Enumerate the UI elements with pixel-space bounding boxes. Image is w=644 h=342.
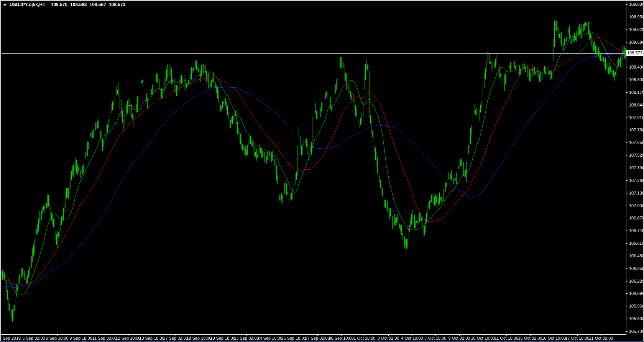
price-tick [626,80,628,80]
price-tick [626,293,628,294]
price-tick-label: 107.390 [629,165,644,170]
time-tick-label: 1 Oct 18:00 [354,336,376,340]
time-tick-label: 10 Oct 10:00 [471,336,495,340]
time-tick-label: 7 Oct 18:00 [425,336,447,340]
time-tick-label: 11 Oct 18:00 [495,336,518,340]
price-tick-label: 106.090 [629,291,644,296]
price-tick-label: 106.480 [629,254,644,258]
chart-window: USDJPY.oj5k,H1 108.570 108.583 108.567 1… [0,0,644,342]
price-tick [626,155,628,155]
ohlc-high-value: 108.583 [70,2,87,7]
price-tick [626,168,628,168]
price-tick [626,142,628,143]
time-tick-label: 23 Sep 02:00 [234,336,259,340]
price-chart-canvas[interactable] [0,0,644,342]
time-tick-label: 11 Sep 02:00 [92,336,117,340]
price-tick-label: 106.220 [629,279,644,283]
current-price-tag: 108.573 [626,50,644,56]
price-tick-label: 107.000 [629,203,644,208]
time-tick-label: 30 Sep 10:00 [329,336,353,340]
price-tick-label: 108.040 [629,103,644,107]
price-tick-label: 108.820 [629,27,644,32]
price-tick-label: 109.080 [629,2,644,7]
price-tick [626,331,628,332]
time-tick-label: 12 Sep 10:00 [115,336,140,340]
time-tick-label: 25 Sep 18:00 [281,336,306,340]
price-tick [626,243,628,244]
time-tick-label: 19 Sep 18:00 [210,336,235,340]
time-tick-label: 15 Oct 02:00 [518,336,542,340]
price-tick [626,4,628,5]
time-tick-label: 18 Sep 10:00 [186,336,211,340]
time-tick-label: 27 Sep 02:00 [305,336,330,340]
frame-left-inner [0,0,1,342]
price-tick [626,306,628,306]
price-tick-label: 107.130 [629,191,644,195]
price-tick [626,92,628,93]
time-tick-label: 5 Sep 02:00 [22,336,45,340]
price-tick-label: 107.910 [629,115,644,120]
time-tick-label: 21 Oct 02:00 [589,336,613,340]
symbol-dropdown-icon [3,4,7,6]
time-tick-label: 4 Oct 10:00 [401,336,423,340]
chart-header: USDJPY.oj5k,H1 108.570 108.583 108.567 1… [3,2,125,7]
price-tick-label: 108.690 [629,40,644,44]
ohlc-low-value: 108.567 [90,2,106,7]
price-tick-label: 106.610 [629,241,644,245]
time-tick-label: 16 Oct 10:00 [542,336,566,340]
price-tick-label: 107.520 [629,153,644,157]
price-tick [626,105,628,105]
price-tick [626,29,628,30]
price-tick-label: 108.950 [629,15,644,19]
price-tick [626,130,628,130]
price-tick-label: 105.700 [629,329,644,334]
price-tick-label: 107.780 [629,128,644,132]
time-tick-label: 6 Sep 10:00 [46,336,68,340]
price-tick-label: 107.650 [629,140,644,145]
price-tick-label: 107.260 [629,178,644,183]
price-tick [626,281,628,281]
time-tick-label: 3 Sep 2019 [0,336,21,340]
time-tick-label: 9 Oct 02:00 [449,336,470,340]
price-tick [626,118,628,118]
price-tick-label: 106.740 [629,228,644,233]
time-tick-label: 17 Sep 02:00 [163,336,188,340]
price-tick [626,180,628,181]
price-tick-label: 106.870 [629,216,644,220]
price-tick [626,17,628,17]
frame-top [0,0,644,1]
price-tick-label: 105.830 [629,316,644,321]
time-tick-label: 24 Sep 10:00 [257,336,282,340]
price-tick [626,67,628,67]
price-tick [626,193,628,193]
price-tick [626,256,628,256]
price-tick-label: 108.300 [629,77,644,82]
time-tick-label: 3 Oct 02:00 [378,336,399,340]
price-tick [626,268,628,269]
ohlc-open-value: 108.570 [51,2,67,7]
price-tick-label: 106.350 [629,266,644,271]
price-tick [626,231,628,231]
symbol-period-label: USDJPY.oj5k,H1 [10,2,45,7]
ohlc-close-value: 108.573 [109,2,125,7]
time-tick-label: 17 Oct 18:00 [565,336,590,340]
price-tick-label: 105.960 [629,304,644,308]
time-tick-label: 13 Sep 18:00 [139,336,164,340]
price-tick [626,206,628,206]
price-tick-label: 108.170 [629,90,644,95]
time-tick-label: 9 Sep 18:00 [69,336,92,340]
price-tick [626,218,628,218]
price-tick [626,42,628,43]
price-tick-label: 108.430 [629,65,644,69]
price-tick [626,319,628,319]
